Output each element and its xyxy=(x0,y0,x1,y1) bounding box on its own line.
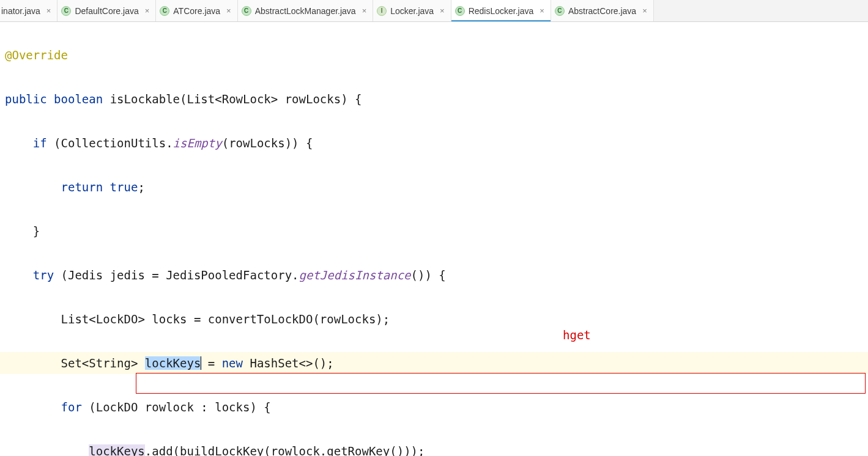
tab-defaultcore[interactable]: C DefaultCore.java × xyxy=(57,0,156,21)
close-icon[interactable]: × xyxy=(641,7,648,15)
editor-tab-bar: inator.java × C DefaultCore.java × C ATC… xyxy=(0,0,868,22)
class-icon: C xyxy=(555,6,565,16)
close-icon[interactable]: × xyxy=(144,7,151,15)
code-editor[interactable]: @Override public boolean isLockable(List… xyxy=(0,22,868,456)
tab-redislocker[interactable]: C RedisLocker.java × xyxy=(451,0,551,21)
tab-abstractlockmanager[interactable]: C AbstractLockManager.java × xyxy=(238,0,374,21)
tab-label: Locker.java xyxy=(390,6,435,16)
class-icon: C xyxy=(160,6,169,16)
close-icon[interactable]: × xyxy=(439,7,446,15)
close-icon[interactable]: × xyxy=(225,7,232,15)
tab-abstractcore[interactable]: C AbstractCore.java × xyxy=(551,0,654,21)
class-icon: C xyxy=(242,6,251,16)
class-icon: C xyxy=(61,6,71,16)
tab-label: DefaultCore.java xyxy=(75,6,139,16)
tab-label: ATCore.java xyxy=(173,6,221,16)
tab-label: inator.java xyxy=(1,6,42,16)
class-icon: C xyxy=(455,6,465,16)
code-line: @Override xyxy=(0,44,868,66)
code-line: public boolean isLockable(List<RowLock> … xyxy=(0,88,868,110)
code-line: } xyxy=(0,220,868,242)
interface-icon: I xyxy=(377,6,387,16)
code-line: try (Jedis jedis = JedisPooledFactory.ge… xyxy=(0,264,868,286)
annotation-hget: hget xyxy=(563,324,591,346)
code-line: return true; xyxy=(0,176,868,198)
tab-label: AbstractCore.java xyxy=(568,6,637,16)
annotation-box-return xyxy=(136,373,866,394)
tab-locker[interactable]: I Locker.java × xyxy=(373,0,451,21)
code-line: for (LockDO rowlock : locks) { xyxy=(0,396,868,418)
tab-inator[interactable]: inator.java × xyxy=(0,0,57,21)
code-line: lockKeys.add(buildLockKey(rowlock.getRow… xyxy=(0,440,868,456)
code-line: Set<String> lockKeys = new HashSet<>(); xyxy=(0,352,868,374)
close-icon[interactable]: × xyxy=(538,7,546,15)
close-icon[interactable]: × xyxy=(45,7,53,15)
close-icon[interactable]: × xyxy=(361,7,368,15)
code-line: List<LockDO> locks = convertToLockDO(row… xyxy=(0,308,868,330)
tab-atcore[interactable]: C ATCore.java × xyxy=(156,0,237,21)
tab-label: AbstractLockManager.java xyxy=(255,6,357,16)
tab-label: RedisLocker.java xyxy=(469,6,535,16)
code-line: if (CollectionUtils.isEmpty(rowLocks)) { xyxy=(0,132,868,154)
